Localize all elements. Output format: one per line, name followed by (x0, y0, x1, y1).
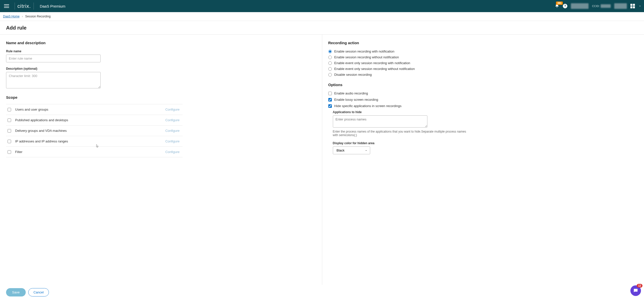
radio-enable-without-notif[interactable] (328, 56, 332, 59)
section-scope: Scope (6, 95, 316, 99)
product-name: DaaS Premium (40, 4, 66, 8)
divider (34, 3, 34, 10)
radio-event-with-notif[interactable] (328, 61, 332, 65)
scope-label: Users and user groups (15, 108, 165, 111)
top-header: citrix. DaaS Premium 381 ? CCID: (0, 0, 644, 12)
menu-icon[interactable] (4, 3, 10, 9)
check-audio[interactable] (328, 92, 332, 95)
scope-row-users: Users and user groups Configure (6, 104, 183, 115)
display-color-select[interactable]: Black (333, 146, 370, 154)
scope-label: Filter (15, 150, 165, 154)
scope-configure-link[interactable]: Configure (165, 129, 180, 133)
page-title-row: Add rule (0, 21, 644, 35)
radio-label[interactable]: Enable event only session recording with… (334, 61, 410, 65)
section-name-desc: Name and description (6, 41, 316, 45)
scope-check-delivery[interactable] (8, 129, 11, 133)
breadcrumb: DaaS Home › Session Recording (0, 12, 644, 21)
apps-to-hide-textarea[interactable] (333, 115, 427, 128)
help-icon[interactable]: ? (563, 4, 567, 8)
scope-label: IP addresses and IP address ranges (15, 139, 165, 143)
radio-label[interactable]: Disable session recording (334, 73, 372, 77)
rule-name-input[interactable] (6, 55, 101, 62)
scope-check-apps[interactable] (8, 118, 11, 122)
scope-row-ip: IP addresses and IP address ranges Confi… (6, 136, 183, 147)
display-color-label: Display color for hidden area (333, 141, 638, 145)
breadcrumb-sep: › (22, 15, 23, 18)
chat-badge: 12 (637, 284, 642, 285)
scope-configure-link[interactable]: Configure (165, 150, 180, 154)
scope-check-users[interactable] (8, 108, 11, 111)
scope-check-ip[interactable] (8, 140, 11, 143)
radio-enable-with-notif[interactable] (328, 50, 332, 53)
app-switcher-icon[interactable] (630, 4, 635, 8)
check-label[interactable]: Enable lossy screen recording (334, 98, 378, 102)
user-info-redacted (571, 3, 589, 9)
scope-label: Delivery groups and VDA machines (15, 129, 165, 133)
scope-row-apps: Published applications and desktops Conf… (6, 115, 183, 126)
section-recording-action: Recording action (328, 41, 638, 45)
description-label: Description (optional) (6, 67, 316, 70)
radio-label[interactable]: Enable session recording with notificati… (334, 49, 394, 53)
scope-configure-link[interactable]: Configure (165, 118, 180, 122)
check-hide-apps[interactable] (328, 104, 332, 108)
notifications-button[interactable]: 381 (555, 4, 559, 9)
chevron-down-icon[interactable] (638, 5, 641, 8)
divider (15, 3, 15, 10)
section-options: Options (328, 83, 638, 87)
notification-badge: 381 (556, 2, 563, 5)
logo: citrix. (17, 3, 31, 9)
check-label[interactable]: Enable audio recording (334, 91, 368, 95)
scope-label: Published applications and desktops (15, 118, 165, 122)
breadcrumb-current: Session Recording (25, 15, 51, 18)
ccid-label: CCID: (592, 5, 600, 8)
scope-configure-link[interactable]: Configure (165, 108, 180, 111)
apps-hint: Enter the process names of the applicati… (333, 130, 469, 137)
scope-row-delivery: Delivery groups and VDA machines Configu… (6, 126, 183, 136)
ccid-value-redacted (601, 4, 611, 8)
org-redacted (614, 3, 627, 9)
scope-check-filter[interactable] (8, 150, 11, 154)
radio-label[interactable]: Enable event only session recording with… (334, 67, 415, 71)
radio-event-without-notif[interactable] (328, 67, 332, 71)
breadcrumb-home-link[interactable]: DaaS Home (3, 15, 19, 18)
description-textarea[interactable] (6, 72, 101, 88)
check-label[interactable]: Hide specific applications in screen rec… (334, 104, 402, 108)
page-title: Add rule (6, 25, 638, 31)
radio-disable[interactable] (328, 73, 332, 77)
rule-name-label: Rule name (6, 49, 316, 53)
scope-row-filter: Filter Configure (6, 147, 183, 157)
scope-configure-link[interactable]: Configure (165, 139, 180, 143)
check-lossy[interactable] (328, 98, 332, 102)
radio-label[interactable]: Enable session recording without notific… (334, 55, 399, 59)
apps-to-hide-label: Applications to hide (333, 110, 638, 114)
